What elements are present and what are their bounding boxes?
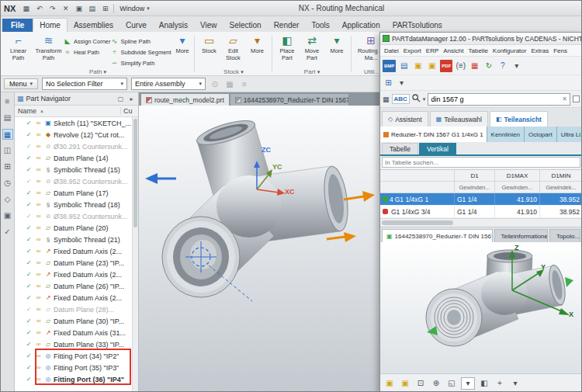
ribbon-small-button[interactable]: ∽ Simplify Path — [111, 57, 172, 68]
feature-label[interactable]: Symbolic Thread (18) — [54, 201, 120, 209]
pdm-toolbar-icon[interactable]: ⊞ — [383, 77, 394, 89]
wireframe-icon[interactable]: ▦ — [224, 80, 235, 88]
ribbon-small-button[interactable]: ≈ Heal Path — [64, 47, 111, 57]
visibility-checkbox[interactable]: ✓ — [25, 317, 33, 324]
scrollbar-thumb[interactable] — [133, 119, 137, 227]
visibility-checkbox[interactable]: ✓ — [25, 352, 33, 359]
column-cu[interactable]: Cu — [121, 107, 138, 115]
feature-tree-row[interactable]: ✓ ∞ ◎ Fitting Port (35) "IP3" — [15, 362, 132, 373]
pdm-menu-item[interactable]: Fens — [551, 47, 570, 55]
preview-tab[interactable]: ▣ 16442538970_Reduzier-T DIN 1567 G... — [382, 229, 493, 242]
feature-tree-row[interactable]: ✓ ∞ ↗ Fixed Datum Axis (31... — [15, 327, 132, 338]
visibility-checkbox[interactable]: ✓ — [25, 306, 33, 313]
selection-scope-dropdown[interactable]: Entire Assembly▾ — [131, 78, 206, 90]
feature-label[interactable]: Ø30.291 Countersunk... — [54, 143, 128, 151]
selection-filter-dropdown[interactable]: No Selection Filter▾ — [42, 78, 127, 90]
titlebar-icon[interactable]: ✕ — [60, 5, 71, 12]
table-row[interactable]: 4 G1 1/4xG 1 G1 1/4 41.910 38.952 — [380, 193, 582, 206]
feature-label[interactable]: Symbolic Thread (15) — [54, 166, 120, 174]
preview-tool-icon[interactable]: ⊡ — [414, 377, 427, 390]
pdm-toolbar-icon[interactable]: ▾ — [511, 60, 522, 72]
pdm-tab[interactable]: ◧ Teileansicht — [490, 111, 548, 127]
pdm-menu-item[interactable]: Ansicht — [441, 47, 466, 55]
table-column-header[interactable]: D1MIN — [540, 170, 582, 181]
ribbon-big-button[interactable]: ⇄ Move Part — [300, 33, 324, 67]
feature-label[interactable]: Fixed Datum Axis (2... — [54, 271, 122, 279]
pdm-toolbar-icon[interactable]: ↻ — [483, 60, 494, 72]
feature-tree-row[interactable]: ✓ ∞ ⊘ Ø30.291 Countersunk... — [15, 140, 132, 152]
table-row[interactable]: G1 1/4xG 3/4 G1 1/4 41.910 38.952 — [380, 206, 582, 218]
feature-label[interactable]: Ø38.952 Countersunk... — [54, 178, 128, 186]
feature-tree-row[interactable]: ✓ ∞ § Symbolic Thread (21) — [15, 234, 132, 245]
visibility-checkbox[interactable]: ✓ — [25, 283, 33, 290]
visibility-checkbox[interactable]: ✓ — [25, 131, 33, 138]
feature-tree-row[interactable]: ✓ ∞ ▱ Datum Plane (26) "IP... — [15, 280, 132, 292]
column-name[interactable]: Name▲ — [15, 107, 121, 115]
abc-fulltext-icon[interactable]: ABC — [392, 94, 410, 104]
visibility-checkbox[interactable]: ✓ — [25, 213, 33, 220]
preview-tool-icon[interactable]: ◱ — [445, 377, 458, 390]
ribbon-tab[interactable]: Render — [268, 19, 306, 32]
part-info-tab[interactable]: Ultra Li... — [557, 127, 582, 142]
resource-bar-icon[interactable]: ✓ — [2, 227, 13, 238]
ribbon-tab[interactable]: Assemblies — [68, 19, 120, 32]
ribbon-tab[interactable]: Selection — [223, 19, 268, 32]
ribbon-tab[interactable]: Home — [33, 18, 68, 32]
pdm-toolbar-icon[interactable]: ? — [497, 60, 508, 72]
feature-label[interactable]: Datum Plane (30) "IP... — [54, 317, 124, 325]
preview-tool-icon[interactable]: + — [494, 377, 506, 390]
ribbon-tab[interactable]: PARTsolutions — [386, 19, 449, 32]
preview-tool-icon[interactable]: ▣ — [383, 377, 396, 390]
feature-label[interactable]: Ø38.952 Countersunk... — [54, 213, 128, 220]
pdm-tab[interactable]: ▦ Teileauswahl — [430, 111, 488, 127]
visibility-checkbox[interactable]: ✓ — [25, 189, 33, 196]
pdm-toolbar-icon[interactable]: ▾ — [396, 77, 407, 89]
model-canvas[interactable]: ZC YC XC — [139, 106, 379, 391]
resource-bar-icon[interactable]: ▣ — [2, 210, 13, 221]
panel-close-icon[interactable]: ▸ — [127, 95, 136, 102]
tee-fitting-model[interactable] — [139, 106, 379, 391]
search-input[interactable] — [431, 95, 559, 103]
pdm-toolbar-icon[interactable]: ▦ — [469, 60, 480, 72]
expander-icon[interactable]: ▦ — [383, 95, 390, 103]
pdm-titlebar[interactable]: PARTdataManager 12.00 - PARTsolutions by… — [380, 33, 582, 45]
visibility-checkbox[interactable]: ✓ — [25, 178, 33, 185]
resource-bar-icon[interactable]: ≡ — [2, 96, 13, 107]
group-label[interactable]: Part ▾ — [272, 68, 352, 75]
feature-tree-row[interactable]: ✓ ∞ ◆ Revolve (12) "Cut rot... — [15, 129, 132, 140]
feature-label[interactable]: Fixed Datum Axis (2... — [54, 294, 122, 302]
ribbon-small-button[interactable]: ∿ Spline Path — [111, 36, 172, 47]
feature-label[interactable]: Datum Plane (23) "IP... — [54, 259, 124, 267]
group-label[interactable]: Path ▾ — [1, 68, 195, 75]
view-tab[interactable]: Vertikal — [419, 143, 456, 154]
titlebar-icon[interactable]: ▣ — [73, 5, 85, 12]
window-menu[interactable]: Window ▾ — [116, 4, 153, 13]
ribbon-tab[interactable]: File — [2, 19, 33, 32]
visibility-checkbox[interactable]: ✓ — [25, 224, 33, 231]
feature-label[interactable]: Sketch (11) "SKETCH_... — [54, 120, 131, 127]
feature-label[interactable]: Datum Plane (17) — [54, 189, 109, 197]
preview-tool-icon[interactable]: ▾ — [461, 377, 475, 390]
ribbon-big-button[interactable]: ⌐ Linear Path — [3, 33, 33, 67]
ribbon-big-button[interactable]: ≋ Transform Path — [33, 33, 64, 67]
feature-tree-row[interactable]: ✓ ∞ ⊘ Ø38.952 Countersunk... — [15, 210, 132, 222]
panel-pin-icon[interactable]: ▢ — [116, 95, 125, 102]
titlebar-icon[interactable]: ↶ — [33, 5, 45, 12]
feature-label[interactable]: Datum Plane (28)... — [54, 306, 114, 314]
ribbon-tab[interactable]: Tools — [305, 19, 335, 32]
visibility-checkbox[interactable]: ✓ — [25, 259, 33, 266]
feature-tree-row[interactable]: ✓ ∞ ▱ Datum Plane (28)... — [15, 304, 132, 315]
menu-button[interactable]: Menu▾ — [4, 78, 38, 89]
visibility-checkbox[interactable]: ✓ — [25, 376, 33, 383]
titlebar-icon[interactable]: ▤ — [86, 5, 98, 12]
group-label[interactable]: Stock ▾ — [195, 68, 272, 75]
view-tab[interactable]: Tabelle — [382, 143, 418, 154]
pdm-toolbar-icon[interactable]: ▣ — [426, 60, 438, 72]
visibility-checkbox[interactable]: ✓ — [25, 248, 33, 255]
pdm-tab[interactable]: ◇ Assistent — [382, 111, 428, 127]
list-icon[interactable]: ≡ — [239, 80, 250, 88]
part-tab-active[interactable]: route_mech_model2.prt — [141, 94, 229, 106]
visibility-checkbox[interactable]: ✓ — [25, 329, 33, 336]
titlebar-icon[interactable]: ▦ — [20, 5, 32, 12]
preview-tool-icon[interactable]: ▾ — [509, 377, 521, 390]
